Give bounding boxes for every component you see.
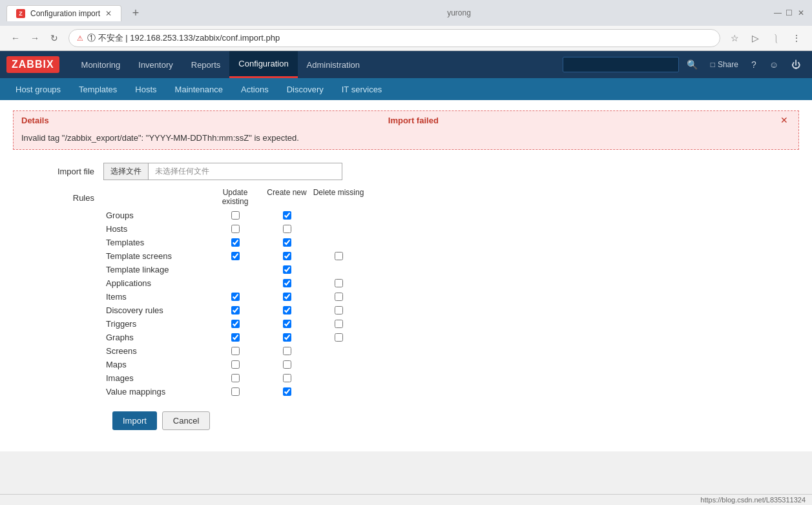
- alert-close-button[interactable]: ✕: [778, 115, 791, 125]
- share-label: Share: [718, 60, 738, 69]
- browser-titlebar-left: Z Configuration import ✕ +: [6, 4, 145, 22]
- rule-row: Discovery rules: [103, 304, 799, 317]
- rule-row: Screens: [103, 344, 799, 358]
- checkbox-update-7[interactable]: [231, 306, 240, 314]
- checkbox-create-12[interactable]: [283, 374, 291, 382]
- subnav-it-services[interactable]: IT services: [333, 79, 391, 99]
- checkbox-update-10[interactable]: [231, 347, 240, 355]
- checkbox-create-5[interactable]: [283, 279, 291, 287]
- alert-message: Invalid tag "/zabbix_export/date": "YYYY…: [14, 129, 798, 149]
- import-button[interactable]: Import: [112, 411, 157, 430]
- checkbox-create-1[interactable]: [283, 225, 291, 233]
- cancel-button[interactable]: Cancel: [162, 411, 210, 430]
- back-button[interactable]: ←: [6, 29, 25, 47]
- nav-administration[interactable]: Administration: [298, 52, 369, 77]
- checkbox-update-13[interactable]: [231, 387, 240, 396]
- rules-rows-container: GroupsHostsTemplatesTemplate screensTemp…: [103, 209, 799, 398]
- nav-buttons: ← → ↻: [6, 29, 63, 47]
- rule-name-6: Items: [106, 292, 209, 302]
- checkbox-create-4[interactable]: [283, 265, 291, 274]
- checkbox-update-1[interactable]: [231, 225, 240, 233]
- rule-row: Value mappings: [103, 385, 799, 398]
- checkbox-update-0[interactable]: [231, 211, 240, 220]
- import-file-row: Import file 选择文件 未选择任何文件: [13, 163, 799, 180]
- checkbox-update-3[interactable]: [231, 252, 240, 260]
- user-icon[interactable]: ☺: [764, 56, 784, 74]
- nav-reports[interactable]: Reports: [182, 52, 230, 77]
- browser-tab-title: Configuration import: [30, 9, 100, 18]
- browser-titlebar: Z Configuration import ✕ + yurong — ☐ ✕: [0, 0, 812, 26]
- minimize-button[interactable]: —: [773, 8, 782, 17]
- rule-create-1: [261, 225, 313, 233]
- checkbox-update-9[interactable]: [231, 333, 240, 342]
- checkbox-update-2[interactable]: [231, 238, 240, 247]
- checkbox-delete-7[interactable]: [335, 306, 343, 314]
- checkbox-create-7[interactable]: [283, 306, 291, 314]
- search-input[interactable]: [563, 57, 679, 72]
- file-input-area: 选择文件 未选择任何文件: [103, 163, 342, 180]
- content-area: Details Import failed ✕ Invalid tag "/za…: [0, 100, 812, 440]
- browser-tab-close[interactable]: ✕: [105, 9, 112, 18]
- new-tab-button[interactable]: +: [127, 4, 145, 22]
- menu-icon[interactable]: ⋮: [787, 29, 806, 47]
- checkbox-create-11[interactable]: [283, 360, 291, 369]
- rule-row: Template screens: [103, 249, 799, 263]
- nav-configuration[interactable]: Configuration: [229, 51, 297, 78]
- checkbox-update-12[interactable]: [231, 374, 240, 382]
- checkbox-delete-8[interactable]: [335, 320, 343, 328]
- alert-status: Import failed: [49, 116, 778, 125]
- rule-update-13: [209, 387, 261, 396]
- search-icon[interactable]: 🔍: [682, 56, 703, 74]
- checkbox-delete-6[interactable]: [335, 293, 343, 301]
- address-bar[interactable]: ⚠ ① 不安全 | 192.168.253.133/zabbix/conf.im…: [68, 29, 720, 47]
- subnav-host-groups[interactable]: Host groups: [6, 79, 70, 99]
- file-name-display: 未选择任何文件: [149, 163, 342, 180]
- checkbox-delete-3[interactable]: [335, 252, 343, 260]
- reload-button[interactable]: ↻: [45, 29, 63, 47]
- share-button[interactable]: □ Share: [705, 57, 744, 72]
- subnav-templates[interactable]: Templates: [70, 79, 126, 99]
- rule-update-8: [209, 320, 261, 328]
- forward-button[interactable]: →: [26, 29, 44, 47]
- subnav-hosts[interactable]: Hosts: [126, 79, 165, 99]
- checkbox-delete-5[interactable]: [335, 279, 343, 287]
- bookmark-icon[interactable]: ☆: [725, 29, 744, 47]
- rule-delete-5: [313, 279, 364, 287]
- browser-toolbar-icons: ☆ ▷ ⎱ ⋮: [725, 29, 806, 47]
- checkbox-create-2[interactable]: [283, 238, 291, 247]
- close-button[interactable]: ✕: [796, 8, 806, 17]
- maximize-button[interactable]: ☐: [785, 8, 794, 17]
- rule-row: Groups: [103, 209, 799, 222]
- cast-icon[interactable]: ▷: [746, 29, 764, 47]
- rule-name-8: Triggers: [106, 319, 209, 329]
- share-icon: □: [711, 60, 715, 69]
- rule-delete-8: [313, 320, 364, 328]
- checkbox-update-6[interactable]: [231, 293, 240, 301]
- rule-create-8: [261, 320, 313, 328]
- checkbox-create-6[interactable]: [283, 293, 291, 301]
- checkbox-update-8[interactable]: [231, 320, 240, 328]
- help-icon[interactable]: ?: [746, 56, 762, 74]
- checkbox-create-8[interactable]: [283, 320, 291, 328]
- nav-inventory[interactable]: Inventory: [129, 52, 182, 77]
- top-nav-right: 🔍 □ Share ? ☺ ⏻: [563, 56, 806, 74]
- checkbox-update-11[interactable]: [231, 360, 240, 369]
- rule-name-10: Screens: [106, 346, 209, 356]
- checkbox-delete-9[interactable]: [335, 333, 343, 342]
- checkbox-create-13[interactable]: [283, 387, 291, 396]
- power-icon[interactable]: ⏻: [786, 56, 806, 74]
- checkbox-create-10[interactable]: [283, 347, 291, 355]
- subnav-discovery[interactable]: Discovery: [278, 79, 333, 99]
- checkbox-create-0[interactable]: [283, 211, 291, 220]
- subnav-maintenance[interactable]: Maintenance: [166, 79, 232, 99]
- browser-tab[interactable]: Z Configuration import ✕: [6, 5, 121, 21]
- subnav-actions[interactable]: Actions: [232, 79, 278, 99]
- rule-name-4: Template linkage: [106, 265, 209, 274]
- nav-monitoring[interactable]: Monitoring: [72, 52, 130, 77]
- rule-update-10: [209, 347, 261, 355]
- checkbox-create-3[interactable]: [283, 252, 291, 260]
- choose-file-button[interactable]: 选择文件: [103, 163, 149, 180]
- window-controls: — ☐ ✕: [773, 8, 806, 17]
- checkbox-create-9[interactable]: [283, 333, 291, 342]
- extensions-icon[interactable]: ⎱: [767, 29, 785, 47]
